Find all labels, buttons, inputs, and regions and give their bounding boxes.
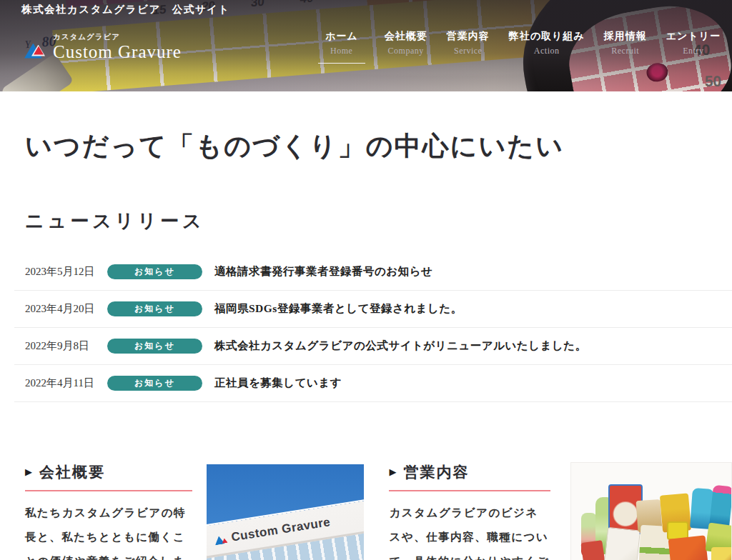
company-building-photo[interactable]: Custom Gravure (207, 464, 364, 560)
news-badge: お知らせ (107, 376, 202, 391)
logo[interactable]: カスタムグラビア Custom Gravure (24, 33, 182, 61)
main-nav: ホーム Home 会社概要 Company 営業内容 Service 弊社の取り… (318, 23, 732, 64)
nav-label-jp: エントリー (666, 30, 721, 43)
news-row[interactable]: 2023年4月20日 お知らせ 福岡県SDGs登録事業者として登録されました。 (14, 291, 732, 328)
arrow-right-icon: ▶ (25, 466, 34, 478)
nav-item-recruit[interactable]: 採用情報 Recruit (604, 30, 647, 64)
card-service: ▶ 営業内容 カスタムグラビアのビジネスや、仕事内容、職種について、具体的に分か… (389, 462, 550, 560)
nav-label-en: Service (454, 46, 482, 56)
nav-item-entry[interactable]: エントリー Entry (666, 30, 721, 64)
news-section: ニュースリリース 2023年5月12日 お知らせ 適格請求書発行事業者登録番号の… (0, 209, 732, 402)
logo-text: カスタムグラビア Custom Gravure (53, 33, 182, 61)
news-date: 2023年4月20日 (25, 302, 107, 316)
nav-label-en: Action (534, 46, 560, 56)
logo-name: Custom Gravure (53, 43, 182, 61)
news-title-link[interactable]: 正社員を募集しています (214, 376, 342, 391)
news-title-link[interactable]: 適格請求書発行事業者登録番号のお知らせ (214, 264, 432, 279)
nav-item-company[interactable]: 会社概要 Company (385, 30, 427, 64)
card-company-heading[interactable]: ▶ 会社概要 (25, 462, 192, 482)
nav-label-en: Entry (683, 46, 703, 56)
site-title: 株式会社カスタムグラビア 公式サイト (21, 3, 230, 16)
news-title-link[interactable]: 福岡県SDGs登録事業者として登録されました。 (214, 301, 463, 316)
pink-divider (389, 490, 550, 491)
card-company: ▶ 会社概要 私たちカスタムグラビアの特長と、私たちとともに働くことの価値や意義… (25, 462, 192, 560)
news-section-title: ニュースリリース (25, 209, 732, 234)
nav-label-jp: 営業内容 (447, 30, 490, 43)
teaser-cards-section: ▶ 会社概要 私たちカスタムグラビアの特長と、私たちとともに働くことの価値や意義… (0, 462, 732, 560)
building-logo-icon (214, 534, 228, 546)
nav-label-jp: 弊社の取り組み (509, 30, 585, 43)
nav-label-jp: ホーム (325, 30, 358, 43)
card-title: 営業内容 (403, 462, 469, 482)
logo-kana: カスタムグラビア (53, 33, 182, 41)
news-row[interactable]: 2022年4月11日 お知らせ 正社員を募集しています (14, 365, 732, 402)
nav-label-en: Company (388, 46, 424, 56)
news-row[interactable]: 2022年9月8日 お知らせ 株式会社カスタムグラビアの公式サイトがリニューアル… (14, 328, 732, 365)
news-badge: お知らせ (107, 301, 202, 316)
news-badge: お知らせ (107, 339, 202, 354)
nav-label-jp: 会社概要 (385, 30, 427, 43)
arrow-right-icon: ▶ (389, 466, 397, 478)
page-headline: いつだって「ものづくり」の中心にいたい (25, 129, 732, 164)
pink-divider (25, 490, 192, 491)
nav-label-en: Recruit (611, 46, 639, 56)
news-date: 2022年9月8日 (25, 339, 107, 353)
card-service-heading[interactable]: ▶ 営業内容 (389, 462, 550, 482)
news-row[interactable]: 2023年5月12日 お知らせ 適格請求書発行事業者登録番号のお知らせ (14, 254, 732, 291)
nav-item-home[interactable]: ホーム Home (318, 30, 365, 64)
card-description: カスタムグラビアのビジネスや、仕事内容、職種について、具体的に分かりやすくご紹介… (389, 501, 550, 560)
topbar: 株式会社カスタムグラビア 公式サイト (0, 0, 732, 19)
nav-label-en: Home (330, 46, 352, 56)
nav-item-service[interactable]: 営業内容 Service (447, 30, 490, 64)
news-date: 2022年4月11日 (25, 376, 107, 390)
news-date: 2023年5月12日 (25, 265, 107, 279)
news-title-link[interactable]: 株式会社カスタムグラビアの公式サイトがリニューアルいたしました。 (214, 339, 587, 354)
card-description: 私たちカスタムグラビアの特長と、私たちとともに働くことの価値や意義をご紹介します… (25, 501, 192, 560)
card-title: 会社概要 (39, 462, 105, 482)
news-list: 2023年5月12日 お知らせ 適格請求書発行事業者登録番号のお知らせ 2023… (14, 254, 732, 402)
building-facade: Custom Gravure (207, 498, 364, 560)
active-underline (318, 63, 365, 64)
header: カスタムグラビア Custom Gravure ホーム Home 会社概要 Co… (0, 23, 732, 64)
logo-triangle-icon (24, 42, 48, 61)
news-badge: お知らせ (107, 264, 202, 279)
product-packages-photo[interactable] (570, 462, 732, 560)
hero-banner: 15 20 30 40 50 60 70 75 80 85 90 100 Y 8… (0, 0, 732, 91)
nav-label-jp: 採用情報 (604, 30, 647, 43)
page: 15 20 30 40 50 60 70 75 80 85 90 100 Y 8… (0, 0, 732, 560)
nav-item-action[interactable]: 弊社の取り組み Action (509, 30, 585, 64)
